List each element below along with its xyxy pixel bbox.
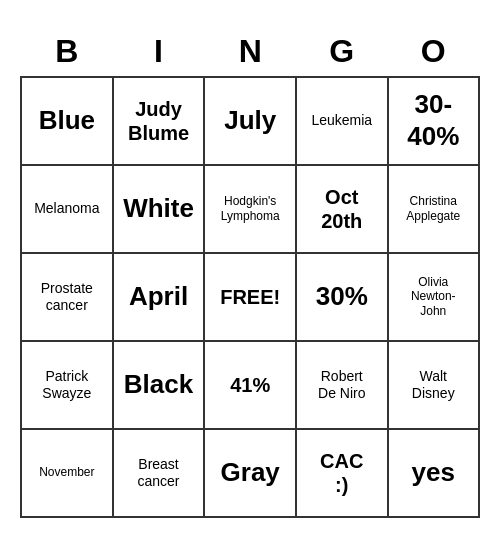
- bingo-cell-r4-c4: yes: [388, 429, 479, 517]
- bingo-cell-r3-c0: Patrick Swayze: [21, 341, 113, 429]
- bingo-cell-r3-c3: Robert De Niro: [296, 341, 388, 429]
- bingo-header-O: O: [388, 27, 479, 77]
- bingo-header-N: N: [204, 27, 296, 77]
- bingo-cell-r2-c4: Olivia Newton- John: [388, 253, 479, 341]
- bingo-row-3: Patrick SwayzeBlack41%Robert De NiroWalt…: [21, 341, 479, 429]
- bingo-cell-r0-c4: 30- 40%: [388, 77, 479, 165]
- bingo-cell-r1-c2: Hodgkin's Lymphoma: [204, 165, 296, 253]
- bingo-cell-r1-c3: Oct 20th: [296, 165, 388, 253]
- bingo-header-B: B: [21, 27, 113, 77]
- bingo-cell-r0-c3: Leukemia: [296, 77, 388, 165]
- bingo-cell-r1-c1: White: [113, 165, 205, 253]
- bingo-cell-r1-c0: Melanoma: [21, 165, 113, 253]
- bingo-cell-r2-c0: Prostate cancer: [21, 253, 113, 341]
- bingo-cell-r0-c2: July: [204, 77, 296, 165]
- bingo-cell-r2-c1: April: [113, 253, 205, 341]
- bingo-cell-r1-c4: Christina Applegate: [388, 165, 479, 253]
- bingo-cell-r3-c1: Black: [113, 341, 205, 429]
- bingo-row-0: BlueJudy BlumeJulyLeukemia30- 40%: [21, 77, 479, 165]
- bingo-header-I: I: [113, 27, 205, 77]
- bingo-cell-r4-c2: Gray: [204, 429, 296, 517]
- bingo-cell-r3-c4: Walt Disney: [388, 341, 479, 429]
- bingo-cell-r2-c2: FREE!: [204, 253, 296, 341]
- bingo-cell-r4-c1: Breast cancer: [113, 429, 205, 517]
- bingo-cell-r2-c3: 30%: [296, 253, 388, 341]
- bingo-card: BINGO BlueJudy BlumeJulyLeukemia30- 40%M…: [20, 27, 480, 518]
- bingo-row-2: Prostate cancerAprilFREE!30%Olivia Newto…: [21, 253, 479, 341]
- bingo-row-4: NovemberBreast cancerGrayCAC :)yes: [21, 429, 479, 517]
- bingo-cell-r4-c0: November: [21, 429, 113, 517]
- bingo-cell-r0-c0: Blue: [21, 77, 113, 165]
- bingo-cell-r0-c1: Judy Blume: [113, 77, 205, 165]
- bingo-cell-r3-c2: 41%: [204, 341, 296, 429]
- bingo-row-1: MelanomaWhiteHodgkin's LymphomaOct 20thC…: [21, 165, 479, 253]
- bingo-cell-r4-c3: CAC :): [296, 429, 388, 517]
- bingo-header-G: G: [296, 27, 388, 77]
